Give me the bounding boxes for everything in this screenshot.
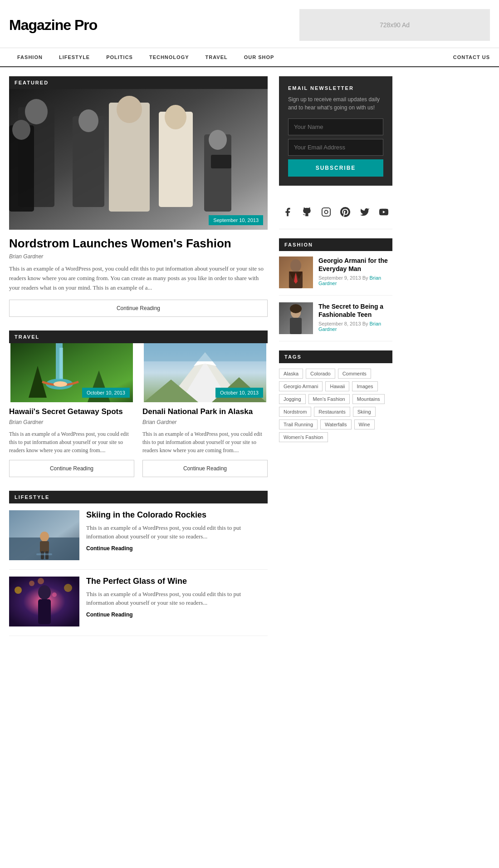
- nav-item-lifestyle[interactable]: Lifestyle: [51, 48, 98, 66]
- tag-alaska[interactable]: Alaska: [279, 369, 303, 379]
- sidebar-armani-content: Georgio Armani for the Everyday Man Sept…: [318, 256, 392, 288]
- featured-continue-btn[interactable]: Continue Reading: [9, 300, 268, 317]
- youtube-icon[interactable]: [376, 202, 393, 222]
- alaska-title[interactable]: Denali National Park in Alaska: [142, 407, 268, 417]
- nav-left: Fashion Lifestyle Politics Technology Tr…: [9, 48, 282, 66]
- svg-point-13: [12, 120, 30, 140]
- sidebar-teen-title[interactable]: The Secret to Being a Fashionable Teen: [318, 302, 392, 319]
- main-layout: Featured: [0, 67, 499, 645]
- newsletter-name-input[interactable]: [288, 118, 383, 135]
- alaska-author: Brian Gardner: [142, 419, 268, 425]
- svg-rect-27: [144, 343, 266, 361]
- featured-author: Brian Gardner: [9, 253, 268, 260]
- tag-armani[interactable]: Georgio Armani: [279, 381, 323, 391]
- skiing-continue-link[interactable]: Continue Reading: [86, 545, 133, 552]
- svg-rect-31: [40, 541, 49, 552]
- hawaii-excerpt: This is an example of a WordPress post, …: [9, 430, 134, 454]
- svg-point-54: [290, 304, 302, 313]
- sidebar: Email Newsletter Sign up to receive emai…: [279, 76, 392, 636]
- alaska-excerpt: This is an example of a WordPress post, …: [142, 430, 268, 454]
- featured-header: Featured: [9, 76, 268, 89]
- github-icon[interactable]: [298, 202, 316, 222]
- nav-item-politics[interactable]: Politics: [98, 48, 141, 66]
- content-area: Featured: [9, 76, 268, 636]
- svg-point-4: [78, 109, 98, 132]
- nav-item-fashion[interactable]: Fashion: [9, 48, 51, 66]
- svg-point-6: [117, 96, 142, 123]
- tag-comments[interactable]: Comments: [338, 369, 371, 379]
- tag-wine[interactable]: Wine: [354, 419, 375, 429]
- newsletter-email-input[interactable]: [288, 139, 383, 156]
- nav-item-shop[interactable]: Our Shop: [236, 48, 283, 66]
- hawaii-author: Brian Gardner: [9, 419, 134, 425]
- featured-photo: [9, 89, 268, 230]
- lifestyle-header: Lifestyle: [9, 491, 268, 503]
- nav-item-contact[interactable]: Contact Us: [453, 48, 490, 66]
- svg-rect-34: [36, 553, 52, 555]
- skiing-title[interactable]: Skiing in the Colorado Rockies: [86, 510, 268, 520]
- featured-image-wrap: September 10, 2013: [9, 89, 268, 230]
- svg-rect-11: [211, 155, 231, 168]
- wine-continue-link[interactable]: Continue Reading: [86, 612, 133, 618]
- facebook-icon[interactable]: [279, 202, 296, 222]
- sidebar-armani-meta: September 9, 2013 By Brian Gardner: [318, 275, 392, 286]
- lifestyle-card-wine: The Perfect Glass of Wine This is an exa…: [9, 577, 268, 636]
- svg-rect-43: [322, 207, 330, 216]
- travel-header: Travel: [9, 330, 268, 343]
- travel-section: Travel: [9, 330, 268, 477]
- subscribe-button[interactable]: Subscribe: [288, 159, 383, 177]
- sidebar-article-teen: The Secret to Being a Fashionable Teen S…: [279, 302, 392, 341]
- svg-point-2: [25, 99, 48, 124]
- svg-rect-55: [290, 318, 302, 334]
- hawaii-title[interactable]: Hawaii's Secret Getaway Spots: [9, 407, 134, 417]
- travel-card-hawaii: October 10, 2013 Hawaii's Secret Getaway…: [9, 343, 134, 477]
- sidebar-fashion-section: Fashion: [279, 238, 392, 341]
- svg-point-8: [165, 105, 186, 129]
- featured-article-title[interactable]: Nordstrom Launches Women's Fashion: [9, 237, 268, 251]
- lifestyle-image-wine: [9, 577, 79, 626]
- wine-title[interactable]: The Perfect Glass of Wine: [86, 577, 268, 586]
- instagram-icon[interactable]: [318, 202, 335, 222]
- travel-image-hawaii: October 10, 2013: [9, 343, 134, 402]
- svg-point-39: [52, 592, 57, 597]
- tag-waterfalls[interactable]: Waterfalls: [320, 419, 352, 429]
- tag-colorado[interactable]: Colorado: [306, 369, 335, 379]
- travel-two-col: October 10, 2013 Hawaii's Secret Getaway…: [9, 343, 268, 477]
- sidebar-article-armani: Georgio Armani for the Everyday Man Sept…: [279, 256, 392, 296]
- svg-point-41: [38, 585, 51, 600]
- tag-restaurants[interactable]: Restaurants: [314, 407, 350, 417]
- tag-mens-fashion[interactable]: Men's Fashion: [308, 394, 350, 404]
- svg-point-36: [15, 587, 22, 594]
- sidebar-image-armani: [279, 256, 313, 288]
- svg-rect-16: [59, 348, 63, 380]
- nav-item-travel[interactable]: Travel: [197, 48, 236, 66]
- tag-mountains[interactable]: Mountains: [352, 394, 385, 404]
- svg-point-38: [64, 584, 72, 592]
- featured-section: Featured: [9, 76, 268, 317]
- svg-point-37: [29, 581, 34, 586]
- tags-section: Tags Alaska Colorado Comments Georgio Ar…: [279, 350, 392, 442]
- site-title[interactable]: Magazine Pro: [9, 17, 97, 34]
- sidebar-fashion-header: Fashion: [279, 238, 392, 251]
- svg-point-30: [40, 532, 49, 542]
- travel-image-alaska: October 10, 2013: [142, 343, 268, 402]
- sidebar-armani-title[interactable]: Georgio Armani for the Everyday Man: [318, 256, 392, 273]
- tag-skiing[interactable]: Skiing: [353, 407, 376, 417]
- nav-item-technology[interactable]: Technology: [141, 48, 197, 66]
- tag-nordstrom[interactable]: Nordstrom: [279, 407, 311, 417]
- tags-cloud: Alaska Colorado Comments Georgio Armani …: [279, 369, 392, 442]
- svg-point-47: [290, 259, 301, 272]
- tag-images[interactable]: Images: [352, 381, 377, 391]
- wine-photo: [9, 577, 79, 626]
- tag-trail-running[interactable]: Trail Running: [279, 419, 318, 429]
- tag-womens-fashion[interactable]: Women's Fashion: [279, 432, 328, 442]
- pinterest-icon[interactable]: [337, 202, 354, 222]
- newsletter-box: Email Newsletter Sign up to receive emai…: [279, 76, 392, 186]
- hawaii-continue-btn[interactable]: Continue Reading: [9, 460, 134, 477]
- lifestyle-image-skiing: [9, 510, 79, 560]
- lifestyle-section: Lifestyle: [9, 491, 268, 636]
- tag-hawaii[interactable]: Hawaii: [325, 381, 349, 391]
- tag-jogging[interactable]: Jogging: [279, 394, 306, 404]
- alaska-continue-btn[interactable]: Continue Reading: [142, 460, 268, 477]
- twitter-icon[interactable]: [356, 202, 373, 222]
